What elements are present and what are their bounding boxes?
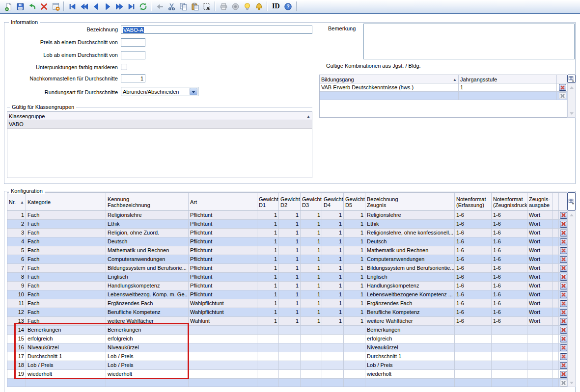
cell-notenformat-zeugnisdruck[interactable] [492,370,527,379]
cell-notenformat-zeugnisdruck[interactable]: 1-6 [492,237,527,246]
cell-kennung[interactable]: Ethik [106,220,189,229]
cell-kennung[interactable]: Berufliche Kompetenz [106,308,189,317]
cell-notenformat-erfassung[interactable]: 1-6 [455,273,492,282]
cell-kennung[interactable]: Niveaukürzel [106,343,189,352]
delete-row-button[interactable] [560,274,567,281]
cell-gewicht-d4[interactable]: 1 [322,273,344,282]
table-row[interactable]: 7FachBildungssystem und Berufsorie...Pfl… [7,264,567,273]
cell-art[interactable]: Wahlpflichtunt [189,308,257,317]
cell-art[interactable]: Pflichtunt [189,273,257,282]
nav-first-button[interactable] [66,0,78,12]
cell-notenformat-erfassung[interactable]: 1-6 [455,211,492,220]
cell-gewicht-d1[interactable] [257,352,279,361]
cell-zeugnisausgabe[interactable]: Wort [527,255,553,264]
cell-gewicht-d3[interactable]: 1 [301,290,322,299]
cell-gewicht-d4[interactable]: 1 [322,264,344,273]
table-row[interactable]: 8FachEnglischPflichtunt11111Englisch1-61… [7,273,567,282]
cell-nr[interactable]: 12 [7,308,26,317]
cell-notenformat-zeugnisdruck[interactable]: 1-6 [492,211,527,220]
cell-zeugnisausgabe[interactable] [527,343,553,352]
cell-zeugnisausgabe[interactable]: Wort [527,229,553,237]
cell-kategorie[interactable]: Bemerkungen [26,326,106,335]
cell-nr[interactable]: 15 [7,335,26,343]
hint-button[interactable] [241,0,253,12]
cell-zeugnisausgabe[interactable]: Wort [527,282,553,290]
cell-gewicht-d2[interactable]: 1 [279,308,301,317]
cell-bildungsgang[interactable]: VAB Erwerb Deutschkenntnisse (hws.) [320,83,459,92]
table-row[interactable]: 2FachEthikPflichtunt11111Ethik1-61-6Wort [7,220,567,229]
cell-nr[interactable]: 14 [7,326,26,335]
cell-kategorie[interactable]: Fach [26,299,106,308]
cell-kategorie[interactable]: erfolgreich [26,335,106,343]
delete-row-button-disabled[interactable] [559,92,566,99]
cell-zeugnisausgabe[interactable]: Wort [527,290,553,299]
cell-notenformat-zeugnisdruck[interactable] [492,326,527,335]
nav-forward-button[interactable] [102,0,113,12]
cell-gewicht-d1[interactable] [257,326,279,335]
cell-gewicht-d3[interactable]: 1 [301,264,322,273]
cell-gewicht-d5[interactable]: 1 [344,308,365,317]
cell-notenformat-zeugnisdruck[interactable]: 1-6 [492,299,527,308]
cell-gewicht-d4[interactable] [322,335,344,343]
cell-nr[interactable]: 4 [7,237,26,246]
cell-zeugnisausgabe[interactable] [527,326,553,335]
cell-nr[interactable]: 16 [7,343,26,352]
cell-gewicht-d1[interactable]: 1 [257,264,279,273]
copy-button[interactable] [177,0,189,12]
table-row[interactable]: 5FachMathematik und RechnenPflichtunt111… [7,246,567,255]
cell-gewicht-d1[interactable]: 1 [257,317,279,326]
cell-kategorie[interactable]: Niveaukürzel [26,343,106,352]
cell-bezeichnung-zeugnis[interactable]: weitere Wahlfächer [365,317,455,326]
scroll-up-icon[interactable] [568,211,575,218]
cell-gewicht-d5[interactable]: 1 [344,220,365,229]
cell-gewicht-d3[interactable]: 1 [301,220,322,229]
cell-kategorie[interactable]: Fach [26,220,106,229]
cell-notenformat-zeugnisdruck[interactable]: 1-6 [492,308,527,317]
col-header-gewicht-d2[interactable]: GewichtD2 [279,193,301,211]
cell-bezeichnung-zeugnis[interactable]: Durchschnitt 1 [365,352,455,361]
cell-notenformat-zeugnisdruck[interactable]: 1-6 [492,273,527,282]
cell-gewicht-d2[interactable]: 1 [279,317,301,326]
cell-gewicht-d4[interactable] [322,326,344,335]
table-row[interactable]: 9FachHandlungskompetenzPflichtunt11111Ha… [7,282,567,290]
cell-notenformat-erfassung[interactable] [455,352,492,361]
cell-notenformat-zeugnisdruck[interactable]: 1-6 [492,317,527,326]
cell-gewicht-d2[interactable]: 1 [279,211,301,220]
kombinationen-column-select-button[interactable] [567,75,576,83]
cell-gewicht-d5[interactable] [344,361,365,370]
preis-input[interactable] [121,38,145,47]
cell-notenformat-erfassung[interactable] [455,343,492,352]
cell-art[interactable]: Wahlunt [189,317,257,326]
cell-gewicht-d4[interactable]: 1 [322,229,344,237]
cell-notenformat-zeugnisdruck[interactable] [492,361,527,370]
cell-gewicht-d1[interactable] [257,335,279,343]
cell-gewicht-d2[interactable]: 1 [279,255,301,264]
cell-empty[interactable] [189,379,257,387]
delete-button[interactable] [38,0,50,12]
cell-gewicht-d5[interactable]: 1 [344,246,365,255]
cell-gewicht-d1[interactable]: 1 [257,299,279,308]
cell-notenformat-zeugnisdruck[interactable]: 1-6 [492,246,527,255]
table-row[interactable]: 18Lob / PreisLob / PreisLob / Preis [7,361,567,370]
col-header-jahrgangsstufe[interactable]: Jahrgangsstufe [459,75,557,83]
cell-notenformat-erfassung[interactable]: 1-6 [455,255,492,264]
cell-bezeichnung-zeugnis[interactable]: Ethik [365,220,455,229]
col-header-art[interactable]: Art [189,193,257,211]
cell-kategorie[interactable]: Fach [26,211,106,220]
cell-bezeichnung-zeugnis[interactable]: Niveaukürzel [365,343,455,352]
cell-nr[interactable]: 3 [7,229,26,237]
cut-button[interactable] [166,0,177,12]
cell-gewicht-d5[interactable]: 1 [344,282,365,290]
cell-bezeichnung-zeugnis[interactable]: Religionslehre, ohne konfessionell... [365,229,455,237]
cell-empty[interactable] [322,379,344,387]
cell-kennung[interactable]: weitere Wahlfächer [106,317,189,326]
cell-art[interactable]: Pflichtunt [189,246,257,255]
cell-nr[interactable]: 1 [7,211,26,220]
cell-gewicht-d2[interactable] [279,370,301,379]
cell-gewicht-d4[interactable]: 1 [322,299,344,308]
cell-empty[interactable] [301,379,322,387]
cell-art[interactable] [189,361,257,370]
cell-gewicht-d1[interactable]: 1 [257,255,279,264]
record-button[interactable] [229,0,241,12]
cell-kennung[interactable]: Bildungssystem und Berufsorie... [106,264,189,273]
